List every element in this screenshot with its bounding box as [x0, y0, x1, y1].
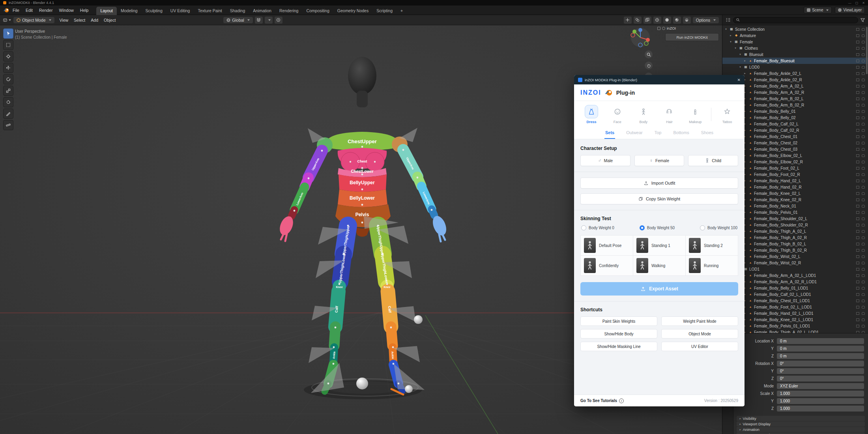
hide-in-viewport-toggle[interactable] [856, 180, 859, 182]
viewport-menu-item[interactable]: View [57, 17, 71, 23]
hide-in-viewport-toggle[interactable] [856, 217, 859, 220]
viewlayer-selector[interactable]: ViewLayer [835, 7, 865, 13]
shortcut-button[interactable]: Paint Skin Weights [580, 316, 657, 326]
hide-in-viewport-toggle[interactable] [856, 110, 859, 113]
menu-item[interactable]: Render [36, 7, 56, 14]
properties-panel-header[interactable]: ▸ Visibility [737, 416, 865, 421]
menu-item[interactable]: Edit [22, 7, 36, 14]
tool-measure-button[interactable] [3, 120, 13, 130]
disable-in-render-toggle[interactable] [862, 281, 865, 283]
disable-in-render-toggle[interactable] [862, 262, 865, 264]
plugin-subtab[interactable]: Top [654, 128, 662, 139]
disable-in-render-toggle[interactable] [862, 28, 865, 31]
copy-skin-weight-button[interactable]: Copy Skin Weight [580, 193, 738, 204]
hide-in-viewport-toggle[interactable] [856, 274, 859, 277]
show-overlays-toggle[interactable] [634, 17, 642, 24]
tool-rotate-button[interactable] [3, 74, 13, 84]
field-value[interactable]: 0° [777, 368, 864, 374]
hide-in-viewport-toggle[interactable] [856, 142, 859, 144]
hide-in-viewport-toggle[interactable] [856, 306, 859, 309]
workspace-tab[interactable]: Scripting [372, 7, 397, 15]
shading-material-button[interactable] [673, 17, 681, 24]
character-model[interactable]: ChestUpper Chest ChestLower BellyUpper B… [245, 47, 481, 402]
disable-in-render-toggle[interactable] [862, 53, 865, 56]
disable-in-render-toggle[interactable] [862, 66, 865, 69]
outliner-editor-icon[interactable] [726, 18, 731, 22]
hide-in-viewport-toggle[interactable] [856, 312, 859, 315]
hide-in-viewport-toggle[interactable] [856, 129, 859, 132]
pose-option[interactable]: Standing 2 [686, 236, 738, 256]
workspace-tab[interactable]: Shading [226, 7, 249, 15]
outliner-row[interactable]: ▾ LOD0 [722, 64, 868, 70]
outliner-row[interactable]: ▾ Bluesuit [722, 51, 868, 58]
disable-in-render-toggle[interactable] [862, 230, 865, 233]
hide-in-viewport-toggle[interactable] [856, 287, 859, 290]
workspace-tab[interactable]: Animation [249, 7, 275, 15]
shortcut-button[interactable]: Object Mode [661, 329, 738, 339]
tool-annotate-button[interactable] [3, 108, 13, 119]
import-outfit-button[interactable]: Import Outfit [580, 178, 738, 189]
close-icon[interactable]: ✕ [862, 1, 865, 5]
hide-in-viewport-toggle[interactable] [856, 268, 859, 271]
hide-in-viewport-toggle[interactable] [856, 211, 859, 214]
shortcut-button[interactable]: Show/Hide Body [580, 329, 657, 339]
workspace-tab[interactable]: Sculpting [142, 7, 166, 15]
field-value[interactable]: 0° [777, 376, 864, 382]
hide-in-viewport-toggle[interactable] [856, 28, 859, 31]
hide-in-viewport-toggle[interactable] [856, 192, 859, 195]
field-value[interactable]: 0 m [777, 346, 864, 352]
hide-in-viewport-toggle[interactable] [856, 230, 859, 233]
body-weight-radio[interactable]: Body Weight 100 [700, 225, 737, 230]
snap-magnet-toggle[interactable] [255, 17, 263, 24]
shading-rendered-button[interactable] [683, 17, 691, 24]
menu-item[interactable]: Help [77, 7, 92, 14]
snap-options-dropdown[interactable] [265, 17, 273, 24]
hide-in-viewport-toggle[interactable] [856, 262, 859, 264]
editor-type-button[interactable] [3, 17, 11, 24]
disable-in-render-toggle[interactable] [862, 192, 865, 195]
orientation-select[interactable]: Global [223, 17, 253, 23]
disable-in-render-toggle[interactable] [862, 142, 865, 144]
hide-in-viewport-toggle[interactable] [856, 186, 859, 189]
disable-in-render-toggle[interactable] [862, 110, 865, 113]
outliner-row[interactable]: ▸ Armature [722, 32, 868, 39]
disable-in-render-toggle[interactable] [862, 180, 865, 182]
xray-toggle[interactable] [644, 17, 651, 24]
disable-in-render-toggle[interactable] [862, 97, 865, 100]
shortcut-button[interactable]: Show/Hide Masking Line [580, 342, 657, 351]
pose-option[interactable]: Walking [633, 256, 686, 276]
disable-in-render-toggle[interactable] [862, 135, 865, 138]
field-value[interactable]: 1.000 [777, 391, 864, 397]
checkbox-icon[interactable] [657, 27, 660, 30]
shading-solid-button[interactable] [663, 17, 671, 24]
disable-in-render-toggle[interactable] [862, 129, 865, 132]
hide-in-viewport-toggle[interactable] [856, 66, 859, 69]
disable-in-render-toggle[interactable] [862, 41, 865, 43]
pose-option[interactable]: Running [686, 256, 738, 276]
properties-panel-header[interactable]: ▸ Custom Properties [737, 432, 865, 434]
outliner-row[interactable]: ▾ Clothes [722, 45, 868, 51]
field-value[interactable]: 1.000 [777, 406, 864, 412]
show-gizmo-toggle[interactable] [624, 17, 632, 24]
disable-in-render-toggle[interactable] [862, 154, 865, 157]
hide-in-viewport-toggle[interactable] [856, 91, 859, 94]
disable-in-render-toggle[interactable] [862, 148, 865, 151]
disable-in-render-toggle[interactable] [862, 167, 865, 170]
body-weight-radio[interactable]: Body Weight 0 [581, 225, 614, 230]
hide-in-viewport-toggle[interactable] [856, 85, 859, 88]
disable-in-render-toggle[interactable] [862, 255, 865, 258]
outliner-search-input[interactable] [733, 17, 858, 23]
disable-in-render-toggle[interactable] [862, 306, 865, 309]
disable-in-render-toggle[interactable] [862, 60, 865, 62]
field-value[interactable]: 0° [777, 361, 864, 367]
disable-in-render-toggle[interactable] [862, 205, 865, 208]
tool-tweak-button[interactable] [3, 28, 13, 39]
workspace-tab[interactable]: Texture Paint [194, 7, 226, 15]
hide-in-viewport-toggle[interactable] [856, 198, 859, 201]
scene-selector[interactable]: Scene [804, 7, 832, 13]
hide-in-viewport-toggle[interactable] [856, 60, 859, 62]
nav-tattoo[interactable]: Tattoo [717, 105, 737, 124]
expand-icon[interactable]: ▾ [738, 53, 742, 56]
hide-in-viewport-toggle[interactable] [856, 116, 859, 119]
disable-in-render-toggle[interactable] [862, 211, 865, 214]
